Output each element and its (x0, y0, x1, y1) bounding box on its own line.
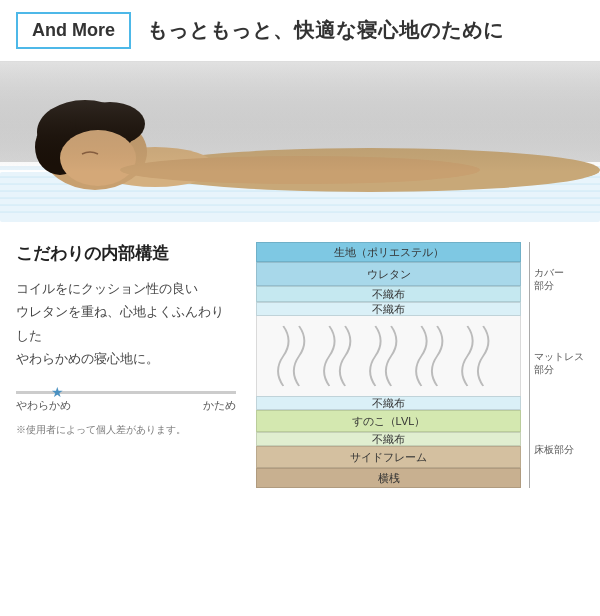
layer-1: ウレタン (256, 262, 521, 286)
layer-2: 不織布 (256, 286, 521, 302)
svg-rect-16 (257, 316, 520, 396)
layer-label-5: 不織布 (372, 396, 405, 411)
layer-0: 生地（ポリエステル） (256, 242, 521, 262)
layer-3: 不織布 (256, 302, 521, 316)
left-panel: こだわりの内部構造 コイルをにクッション性の良い ウレタンを重ね、心地よくふんわ… (16, 242, 236, 437)
annotation-label-1: マットレス 部分 (534, 350, 584, 376)
scale-bar: ★ (16, 391, 236, 394)
disclaimer: ※使用者によって個人差があります。 (16, 423, 236, 437)
and-more-badge: And More (16, 12, 131, 49)
svg-rect-15 (0, 62, 600, 172)
section-description: コイルをにクッション性の良い ウレタンを重ね、心地よくふんわりした やわらかめの… (16, 277, 236, 371)
hardness-scale: ★ やわらかめ かため (16, 391, 236, 413)
scale-bar-container: ★ (16, 391, 236, 394)
layer-7: 不織布 (256, 432, 521, 446)
layer-label-3: 不織布 (372, 302, 405, 317)
layer-5: 不織布 (256, 396, 521, 410)
layer-label-6: すのこ（LVL） (352, 414, 426, 429)
main-content: こだわりの内部構造 コイルをにクッション性の良い ウレタンを重ね、心地よくふんわ… (0, 222, 600, 498)
header-title: もっともっと、快適な寝心地のために (147, 17, 504, 44)
layer-label-0: 生地（ポリエステル） (334, 245, 444, 260)
annotations-panel: カバー 部分マットレス 部分床板部分 (529, 242, 584, 488)
layer-6: すのこ（LVL） (256, 410, 521, 432)
layer-label-1: ウレタン (367, 267, 411, 282)
right-panel: 生地（ポリエステル）ウレタン不織布不織布 (256, 242, 584, 488)
hero-image (0, 62, 600, 222)
annotation-1: マットレス 部分 (529, 316, 584, 410)
person-illustration (0, 62, 600, 222)
scale-marker: ★ (49, 384, 65, 400)
scale-labels: やわらかめ かため (16, 398, 236, 413)
layers-container: 生地（ポリエステル）ウレタン不織布不織布 (256, 242, 584, 488)
section-title: こだわりの内部構造 (16, 242, 236, 265)
layer-label-7: 不織布 (372, 432, 405, 447)
layer-label-8: サイドフレーム (350, 450, 427, 465)
annotation-2: 床板部分 (529, 410, 584, 488)
annotation-label-2: 床板部分 (534, 443, 574, 456)
layer-label-2: 不織布 (372, 287, 405, 302)
layers-stack: 生地（ポリエステル）ウレタン不織布不織布 (256, 242, 521, 488)
coil-svg (257, 316, 520, 396)
layer-4 (256, 316, 521, 396)
layer-9: 横桟 (256, 468, 521, 488)
header: And More もっともっと、快適な寝心地のために (0, 0, 600, 62)
annotation-0: カバー 部分 (529, 242, 584, 316)
layer-8: サイドフレーム (256, 446, 521, 468)
layer-label-9: 横桟 (378, 471, 400, 486)
annotation-label-0: カバー 部分 (534, 266, 564, 292)
